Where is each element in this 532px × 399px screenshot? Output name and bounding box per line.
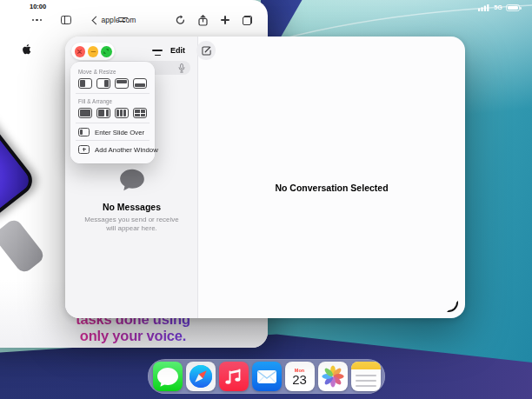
add-another-window-item[interactable]: Add Another Window (78, 145, 147, 154)
menu-divider (76, 140, 150, 141)
speech-bubble-icon (119, 169, 145, 191)
new-tab-icon[interactable] (221, 16, 229, 24)
mic-icon[interactable] (178, 63, 185, 73)
sidebar-empty-state: No Messages Messages you send or receive… (65, 169, 198, 234)
mail-envelope-icon (252, 362, 282, 391)
safari-compass-icon (186, 362, 216, 391)
iphone-hero-image: 9:41 (0, 79, 38, 224)
safari-toolbar: apple.com (0, 10, 268, 30)
more-options-icon[interactable] (32, 19, 42, 21)
menu-divider (76, 123, 150, 123)
reload-icon[interactable] (176, 15, 185, 25)
battery-icon (506, 4, 520, 11)
arrange-left-wide-icon[interactable] (96, 108, 110, 118)
back-icon[interactable] (92, 16, 101, 24)
sidebar-toggle-icon[interactable] (61, 16, 71, 24)
close-window-icon[interactable] (75, 46, 86, 57)
apple-logo (22, 43, 31, 55)
dock-app-notes[interactable] (351, 362, 381, 391)
tile-left-half-icon[interactable] (78, 78, 92, 89)
enter-slide-over-label: Enter Slide Over (95, 129, 144, 136)
move-resize-section-title: Move & Resize (78, 69, 147, 75)
fill-arrange-section-title: Fill & Arrange (78, 98, 147, 104)
add-window-icon (78, 145, 90, 154)
dock-app-music[interactable] (219, 362, 249, 391)
status-bar-right: 5G (478, 3, 520, 11)
status-clock: 10:00 (30, 3, 46, 10)
menu-divider (76, 93, 150, 94)
tab-overview-icon[interactable] (243, 16, 252, 25)
tile-bottom-half-icon[interactable] (133, 78, 147, 89)
network-type-label: 5G (494, 4, 502, 10)
share-icon[interactable] (198, 15, 208, 26)
calendar-day: 23 (292, 373, 307, 386)
messages-bubble-icon (153, 362, 183, 391)
dock-app-mail[interactable] (252, 362, 282, 391)
music-note-icon (219, 362, 249, 391)
photos-flower-icon (318, 362, 348, 391)
dock-app-photos[interactable] (318, 362, 348, 391)
resize-handle[interactable] (447, 301, 458, 312)
compose-icon (202, 46, 211, 56)
signal-strength-icon (478, 3, 490, 11)
minimize-window-icon[interactable] (88, 46, 99, 57)
tile-right-half-icon[interactable] (96, 78, 110, 89)
no-conversation-title: No Conversation Selected (198, 183, 465, 193)
no-messages-title: No Messages (65, 202, 198, 212)
gray-device-image (0, 217, 46, 276)
dock: Mon 23 (148, 359, 385, 394)
slide-over-icon (78, 128, 90, 136)
dock-app-calendar[interactable]: Mon 23 (285, 362, 315, 391)
window-controls-menu: Move & Resize Fill & Arrange Enter Slide… (70, 62, 155, 163)
compose-button[interactable] (196, 41, 216, 60)
arrange-grid-icon[interactable] (133, 108, 147, 118)
enter-slide-over-item[interactable]: Enter Slide Over (78, 128, 147, 136)
window-controls[interactable] (71, 43, 115, 60)
dock-app-messages[interactable] (153, 362, 183, 391)
fill-screen-icon[interactable] (78, 108, 92, 118)
filter-icon[interactable] (152, 50, 163, 57)
arrange-three-columns-icon[interactable] (115, 108, 129, 118)
headline-line-2: only your voice. (37, 328, 229, 344)
tile-top-half-icon[interactable] (115, 78, 129, 89)
edit-button[interactable]: Edit (170, 46, 185, 55)
add-another-window-label: Add Another Window (95, 146, 158, 154)
zoom-window-icon[interactable] (101, 46, 112, 57)
reader-icon[interactable] (118, 17, 128, 24)
no-messages-subtitle: Messages you send or receive will appear… (80, 216, 184, 234)
dock-app-safari[interactable] (186, 362, 216, 391)
notes-icon-band (351, 362, 381, 369)
